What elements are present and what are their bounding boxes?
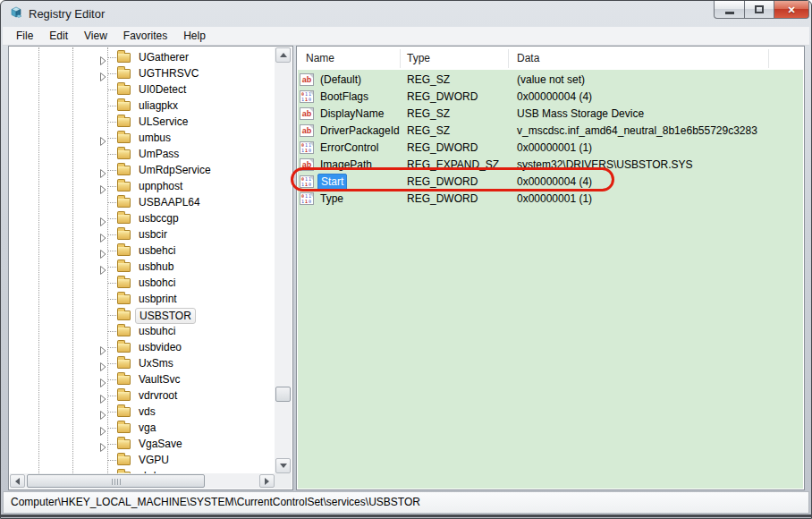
folder-icon bbox=[117, 53, 131, 63]
column-header-type[interactable]: Type bbox=[407, 47, 430, 70]
registry-value-row[interactable]: 011110TypeREG_DWORD0x00000001 (1) bbox=[298, 191, 803, 208]
registry-value-row[interactable]: abDriverPackageIdREG_SZv_mscdsc.inf_amd6… bbox=[298, 123, 803, 140]
tree-item-label: UmRdpService bbox=[135, 162, 215, 178]
value-type: REG_SZ bbox=[407, 72, 450, 89]
registry-value-row[interactable]: 011110StartREG_DWORD0x00000004 (4) bbox=[298, 174, 803, 191]
value-data: 0x00000004 (4) bbox=[517, 174, 592, 191]
tree-item-usbuhci[interactable]: usbuhci bbox=[10, 323, 275, 339]
column-header-name[interactable]: Name bbox=[306, 47, 334, 70]
folder-icon bbox=[117, 166, 131, 175]
menu-view[interactable]: View bbox=[76, 27, 115, 45]
expand-arrow-icon[interactable] bbox=[98, 214, 107, 223]
tree-item-usbvideo[interactable]: usbvideo bbox=[10, 339, 275, 355]
tree-item-USBSTOR[interactable]: USBSTOR bbox=[10, 307, 275, 323]
column-separator[interactable] bbox=[508, 49, 509, 68]
tree-item-label: vga bbox=[135, 420, 159, 436]
tree-item-uliagpkx[interactable]: uliagpkx bbox=[10, 98, 275, 114]
menu-favorites[interactable]: Favorites bbox=[115, 27, 175, 45]
folder-icon bbox=[117, 149, 131, 159]
expand-arrow-icon[interactable] bbox=[98, 133, 107, 142]
reg-sz-icon: ab bbox=[300, 73, 314, 86]
tree-item-vds[interactable]: vds bbox=[10, 404, 275, 420]
value-name: (Default) bbox=[317, 72, 364, 89]
window-bottom-border bbox=[1, 515, 811, 517]
vertical-scroll-thumb[interactable] bbox=[275, 387, 291, 402]
registry-value-row[interactable]: abDisplayNameREG_SZUSB Mass Storage Devi… bbox=[298, 106, 803, 123]
tree-item-UGatherer[interactable]: UGatherer bbox=[10, 49, 275, 65]
column-separator[interactable] bbox=[400, 49, 401, 68]
tree-item-usbhub[interactable]: usbhub bbox=[10, 259, 275, 275]
registry-value-row[interactable]: 011110ErrorControlREG_DWORD0x00000001 (1… bbox=[298, 140, 803, 157]
registry-editor-window: Registry Editor ✕ FileEditViewFavoritesH… bbox=[0, 0, 812, 519]
menu-file[interactable]: File bbox=[8, 27, 41, 45]
folder-icon bbox=[117, 262, 131, 272]
tree-item-usbcir[interactable]: usbcir bbox=[10, 226, 275, 242]
tree-item-ULService[interactable]: ULService bbox=[10, 114, 275, 130]
tree-item-UI0Detect[interactable]: UI0Detect bbox=[10, 81, 275, 98]
registry-value-row[interactable]: ab(Default)REG_SZ(value not set) bbox=[298, 72, 803, 89]
menu-edit[interactable]: Edit bbox=[41, 27, 76, 45]
tree-item-UGTHRSVC[interactable]: UGTHRSVC bbox=[10, 65, 275, 81]
registry-tree-pane: UGathererUGTHRSVCUI0DetectuliagpkxULServ… bbox=[8, 46, 293, 490]
tree-item-vdrvroot[interactable]: vdrvroot bbox=[10, 387, 275, 404]
scroll-down-button[interactable] bbox=[275, 458, 291, 473]
tree-item-label: umbus bbox=[135, 130, 174, 146]
horizontal-scroll-thumb[interactable] bbox=[27, 474, 205, 488]
expand-arrow-icon[interactable] bbox=[98, 230, 107, 239]
tree-item-vga[interactable]: vga bbox=[10, 420, 275, 436]
tree-item-VGPU[interactable]: VGPU bbox=[10, 452, 275, 468]
expand-arrow-icon[interactable] bbox=[98, 375, 107, 384]
tree-item-label: vds bbox=[135, 404, 159, 420]
tree-vertical-scrollbar[interactable] bbox=[275, 47, 292, 473]
tree-item-UmPass[interactable]: UmPass bbox=[10, 146, 275, 162]
registry-value-row[interactable]: abImagePathREG_EXPAND_SZsystem32\DRIVERS… bbox=[298, 157, 803, 174]
column-header-data[interactable]: Data bbox=[517, 47, 539, 70]
expand-arrow-icon[interactable] bbox=[98, 423, 107, 432]
tree-item-USBAAPL64[interactable]: USBAAPL64 bbox=[10, 194, 275, 210]
tree-horizontal-scrollbar[interactable] bbox=[10, 473, 275, 489]
close-button[interactable]: ✕ bbox=[774, 1, 809, 19]
scroll-up-button[interactable] bbox=[275, 47, 291, 63]
expand-arrow-icon[interactable] bbox=[98, 407, 107, 416]
selected-key-path: Computer\HKEY_LOCAL_MACHINE\SYSTEM\Curre… bbox=[11, 496, 420, 508]
scroll-left-button[interactable] bbox=[10, 474, 25, 488]
reg-sz-icon: ab bbox=[300, 124, 314, 137]
folder-icon bbox=[117, 230, 131, 240]
tree-item-UxSms[interactable]: UxSms bbox=[10, 355, 275, 371]
scroll-right-button[interactable] bbox=[259, 474, 275, 488]
tree-item-usbccgp[interactable]: usbccgp bbox=[10, 210, 275, 226]
tree-item-umbus[interactable]: umbus bbox=[10, 130, 275, 146]
tree-item-VaultSvc[interactable]: VaultSvc bbox=[10, 371, 275, 387]
tree-item-usbohci[interactable]: usbohci bbox=[10, 275, 275, 291]
expand-arrow-icon[interactable] bbox=[98, 262, 107, 271]
expand-arrow-icon[interactable] bbox=[98, 391, 107, 400]
expand-arrow-icon[interactable] bbox=[98, 246, 107, 255]
reg-dword-icon: 011110 bbox=[300, 90, 314, 103]
expand-arrow-icon[interactable] bbox=[98, 166, 107, 174]
expand-arrow-icon[interactable] bbox=[98, 439, 107, 448]
folder-icon bbox=[117, 439, 131, 449]
tree-item-label: vdrvroot bbox=[135, 387, 181, 404]
tree-item-usbehci[interactable]: usbehci bbox=[10, 242, 275, 259]
column-separator[interactable] bbox=[768, 49, 769, 68]
menu-help[interactable]: Help bbox=[175, 27, 214, 45]
expand-arrow-icon[interactable] bbox=[98, 53, 107, 62]
tree-item-label: UGTHRSVC bbox=[135, 65, 202, 81]
tree-item-label: USBSTOR bbox=[135, 308, 196, 324]
maximize-button[interactable] bbox=[744, 1, 774, 19]
expand-arrow-icon[interactable] bbox=[98, 343, 107, 352]
expand-arrow-icon[interactable] bbox=[98, 69, 107, 78]
registry-value-row[interactable]: 011110BootFlagsREG_DWORD0x00000004 (4) bbox=[298, 89, 803, 106]
tree-item-label: UmPass bbox=[135, 146, 182, 162]
expand-arrow-icon[interactable] bbox=[98, 359, 107, 368]
expand-arrow-icon[interactable] bbox=[98, 182, 107, 191]
arrow-right-icon bbox=[265, 478, 269, 485]
title-bar[interactable]: Registry Editor ✕ bbox=[1, 1, 811, 26]
tree-item-upnphost[interactable]: upnphost bbox=[10, 178, 275, 194]
tree-item-usbprint[interactable]: usbprint bbox=[10, 291, 275, 307]
tree-item-UmRdpService[interactable]: UmRdpService bbox=[10, 162, 275, 178]
tree-item-label: usbhub bbox=[135, 259, 177, 275]
folder-icon bbox=[117, 85, 131, 95]
minimize-button[interactable] bbox=[714, 1, 745, 19]
tree-item-VgaSave[interactable]: VgaSave bbox=[10, 436, 275, 452]
